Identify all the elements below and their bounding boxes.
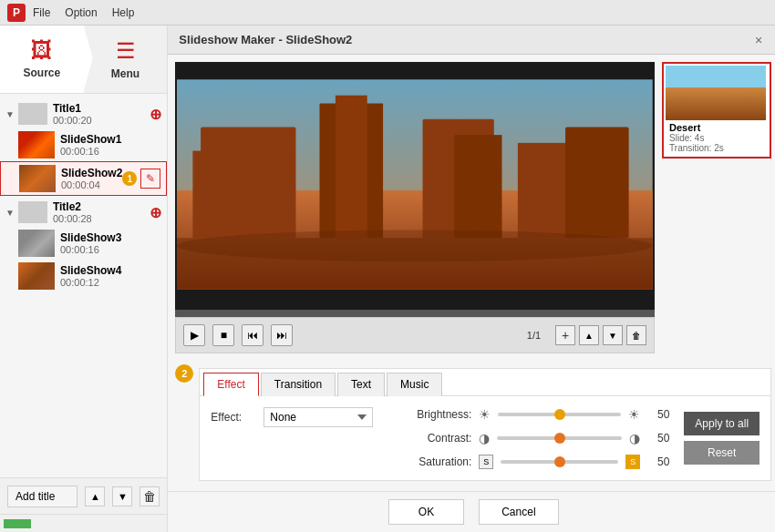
group-title2-time: 00:00:28: [53, 213, 150, 224]
svg-rect-7: [455, 135, 502, 238]
tab-text[interactable]: Text: [337, 373, 385, 396]
group-title1-label: Title1: [53, 102, 150, 115]
preview-area: ▶ ■ ⏮ ⏭ 1/1 + ▲ ▼ 🗑: [175, 62, 771, 353]
dialog-titlebar: Slideshow Maker - SlideShow2 ×: [168, 26, 775, 55]
tree-group-header-title2[interactable]: ▼ Title2 00:00:28 ⊕: [0, 198, 167, 227]
contrast-slider[interactable]: [497, 436, 622, 440]
svg-point-11: [177, 230, 653, 261]
tabs-section-wrapper: 2 Effect Transition Text Music: [175, 364, 771, 481]
tab-effect[interactable]: Effect: [203, 373, 258, 396]
nav-source[interactable]: 🖼 Source: [0, 26, 84, 93]
menu-help[interactable]: Help: [112, 6, 135, 19]
slideshow2-edit-button[interactable]: ✎: [140, 169, 160, 189]
tabs-header: Effect Transition Text Music: [200, 369, 770, 396]
effect-label: Effect:: [211, 411, 256, 424]
saturation-row: Saturation: S S 50: [408, 455, 669, 469]
saturation-icon-right: S: [625, 455, 640, 469]
delete-button[interactable]: 🗑: [140, 486, 160, 506]
brightness-row: Brightness: ☀ ☀ 50: [408, 407, 669, 422]
group-info-title1: Title1 00:00:20: [53, 102, 150, 126]
tab-transition[interactable]: Transition: [261, 373, 336, 396]
contrast-row: Contrast: ◑ ◑ 50: [408, 431, 669, 445]
play-button[interactable]: ▶: [183, 324, 205, 346]
group-title1-time: 00:00:20: [53, 115, 150, 126]
list-item-slideshow3[interactable]: SlideShow3 00:00:16: [0, 227, 167, 260]
seekbar[interactable]: [175, 310, 655, 317]
reset-button[interactable]: Reset: [684, 441, 760, 465]
thumbnail-name: Desert: [669, 122, 764, 133]
ok-button[interactable]: OK: [388, 499, 464, 525]
saturation-label: Saturation:: [408, 455, 471, 468]
add-title-button[interactable]: Add title: [7, 486, 78, 507]
brightness-label: Brightness:: [408, 408, 471, 421]
slideshow2-title: SlideShow2: [61, 167, 122, 179]
thumbnail-image: [666, 66, 766, 120]
add-slide-button[interactable]: +: [555, 325, 575, 345]
saturation-icon-left: S: [479, 455, 493, 469]
add-to-title1-button[interactable]: ⊕: [150, 106, 161, 123]
slideshow3-info: SlideShow3 00:00:16: [60, 231, 161, 255]
slideshow3-thumb: [18, 230, 55, 257]
next-frame-button[interactable]: ⏭: [271, 324, 293, 346]
slideshow2-time: 00:00:04: [61, 179, 122, 190]
expand-icon-2: ▼: [5, 208, 15, 218]
sidebar: 🖼 Source ☰ Menu ▼ Title1: [0, 26, 168, 532]
progress-strip: [4, 519, 31, 528]
video-frame: [175, 62, 655, 310]
main-content: 🖼 Source ☰ Menu ▼ Title1: [0, 26, 775, 532]
nav-menu[interactable]: ☰ Menu: [84, 26, 168, 93]
slideshow1-time: 00:00:16: [60, 146, 161, 157]
list-item-slideshow1[interactable]: SlideShow1 00:00:16: [0, 128, 167, 161]
tree-list: ▼ Title1 00:00:20 ⊕ SlideShow1 00:: [0, 94, 167, 477]
action-buttons: Apply to all Reset: [684, 407, 760, 469]
tabs-section: Effect Transition Text Music Effect:: [199, 368, 771, 481]
add-to-title2-button[interactable]: ⊕: [150, 204, 161, 221]
brightness-slider[interactable]: [498, 413, 621, 416]
saturation-slider[interactable]: [501, 460, 618, 464]
nav-arrows: + ▲ ▼ 🗑: [555, 325, 646, 345]
video-preview-svg: [177, 64, 653, 305]
svg-rect-9: [565, 127, 629, 238]
menu-option[interactable]: Option: [65, 6, 97, 19]
group-info-title2: Title2 00:00:28: [53, 200, 150, 224]
tree-group-title1: ▼ Title1 00:00:20 ⊕ SlideShow1 00:: [0, 99, 167, 196]
video-column: ▶ ■ ⏮ ⏭ 1/1 + ▲ ▼ 🗑: [175, 62, 655, 353]
tree-group-header-title1[interactable]: ▼ Title1 00:00:20 ⊕: [0, 99, 167, 128]
brightness-icon-left: ☀: [479, 407, 491, 422]
step2-badge: 2: [175, 364, 193, 383]
slideshow1-thumb: [18, 131, 55, 159]
next-slide-button[interactable]: ▼: [603, 325, 623, 345]
tab-music[interactable]: Music: [387, 373, 442, 396]
slideshow1-title: SlideShow1: [60, 133, 161, 146]
menu-file[interactable]: File: [33, 6, 50, 19]
effect-select[interactable]: None Sepia Grayscale: [264, 407, 373, 427]
stop-button[interactable]: ■: [212, 324, 234, 346]
page-indicator: 1/1: [527, 330, 541, 341]
brightness-icon-right: ☀: [628, 407, 640, 422]
tab-content-effect: Effect: None Sepia Grayscale: [200, 396, 770, 480]
prev-frame-button[interactable]: ⏮: [242, 324, 264, 346]
list-item-slideshow4[interactable]: SlideShow4 00:00:12: [0, 260, 167, 292]
thumbnail-item[interactable]: Desert Slide: 4s Transition: 2s: [662, 62, 771, 159]
move-down-button[interactable]: ▼: [112, 486, 132, 506]
delete-slide-button[interactable]: 🗑: [626, 325, 646, 345]
add-title-bar: Add title ▲ ▼ 🗑: [0, 477, 167, 514]
cancel-button[interactable]: Cancel: [479, 499, 558, 525]
group-title2-label: Title2: [53, 200, 150, 213]
prev-slide-button[interactable]: ▲: [579, 325, 599, 345]
dialog-content: ▶ ■ ⏮ ⏭ 1/1 + ▲ ▼ 🗑: [168, 55, 775, 491]
move-up-button[interactable]: ▲: [85, 486, 105, 506]
slideshow4-info: SlideShow4 00:00:12: [60, 264, 161, 288]
source-icon: 🖼: [31, 37, 53, 63]
contrast-value: 50: [647, 432, 669, 445]
contrast-label: Contrast:: [408, 432, 471, 445]
tree-group-title2: ▼ Title2 00:00:28 ⊕ SlideShow3 00:: [0, 198, 167, 292]
list-item-slideshow2[interactable]: SlideShow2 00:00:04 1 ✎: [0, 161, 167, 196]
expand-icon: ▼: [5, 109, 15, 119]
app-icon: P: [7, 4, 26, 22]
group-thumb-title1: [18, 103, 47, 125]
svg-rect-8: [518, 143, 574, 238]
apply-to-all-button[interactable]: Apply to all: [684, 412, 760, 435]
dialog-close-button[interactable]: ×: [749, 31, 768, 49]
thumbnail-sidebar: Desert Slide: 4s Transition: 2s: [662, 62, 771, 353]
